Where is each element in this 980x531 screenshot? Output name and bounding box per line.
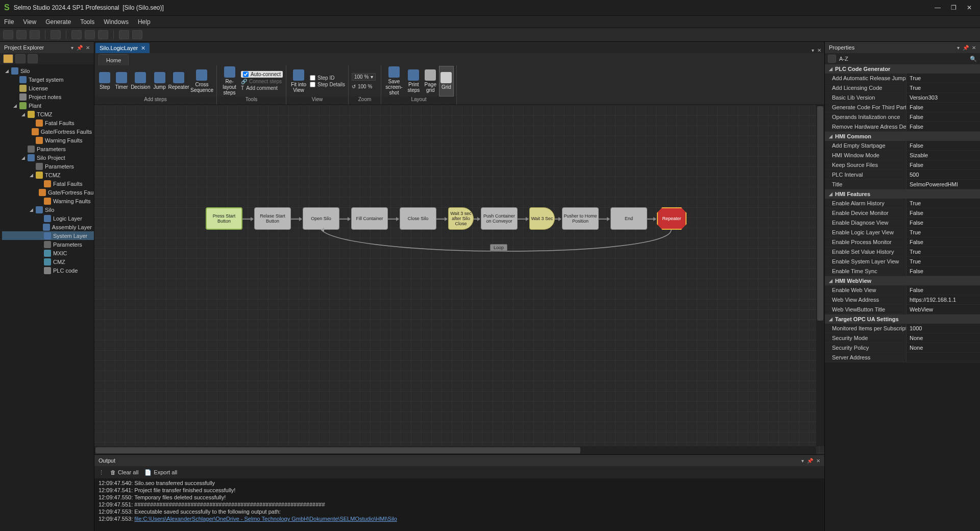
prop-row[interactable]: Security ModeNone <box>825 333 980 343</box>
tree-item-fatal-faults[interactable]: Fatal Faults <box>2 179 94 188</box>
tree-item-plc-code[interactable]: PLC code <box>2 266 94 275</box>
flow-node-n2[interactable]: Open Silo <box>303 207 339 230</box>
prop-row[interactable]: Enable Web ViewFalse <box>825 285 980 295</box>
prop-row[interactable]: Add Licensing CodeTrue <box>825 83 980 93</box>
prop-row[interactable]: Enable Device MonitorFalse <box>825 208 980 218</box>
output-options[interactable]: ⋮ <box>99 469 104 476</box>
flow-node-n5[interactable]: Wait 3 sec after Silo Close <box>448 207 474 230</box>
toolbar-btn-9[interactable] <box>132 30 142 39</box>
jump-button[interactable]: Jump <box>152 66 167 96</box>
explorer-folder-icon[interactable] <box>3 54 13 63</box>
prop-group-plc-code-generator[interactable]: ◢PLC Code Generator <box>825 64 980 74</box>
cross-sequence-button[interactable]: CrossSequence <box>190 66 213 96</box>
output-dropdown[interactable]: ▾ <box>801 458 804 464</box>
toolbar-btn-4[interactable] <box>51 30 61 39</box>
prop-row[interactable]: Enable Alarm HistoryTrue <box>825 199 980 208</box>
prop-group-hmi-features[interactable]: ◢HMI Features <box>825 189 980 199</box>
menu-file[interactable]: File <box>4 18 14 26</box>
add-comment-button[interactable]: TAdd comment <box>241 85 283 91</box>
output-path-link[interactable]: file:C:\Users\AlexanderSchlager\OneDrive… <box>134 516 397 522</box>
prop-row[interactable]: Server Address <box>825 353 980 363</box>
tabstrip-dropdown[interactable]: ▾ <box>812 47 814 53</box>
repeater-button[interactable]: Repeater <box>169 66 188 96</box>
flow-node-n6[interactable]: Push Container on Conveyor <box>481 207 518 230</box>
zoom-reset[interactable]: ↺100 % <box>352 84 376 89</box>
clear-all-button[interactable]: 🗑Clear all <box>110 469 138 475</box>
decision-button[interactable]: Decision <box>131 66 150 96</box>
prop-row[interactable]: Security PolicyNone <box>825 343 980 353</box>
connect-steps-button[interactable]: 🔗Connect steps <box>241 79 283 84</box>
flow-node-n10[interactable]: Repeater <box>657 207 687 230</box>
prop-row[interactable]: HMI Window ModeSizable <box>825 151 980 160</box>
tree-item-project-notes[interactable]: Project notes <box>2 92 94 101</box>
explorer-close[interactable]: ✕ <box>86 45 90 51</box>
prop-row[interactable]: Enable Time SyncFalse <box>825 267 980 276</box>
tabstrip-close[interactable]: ✕ <box>817 47 821 53</box>
props-pin[interactable]: 📌 <box>963 45 969 51</box>
minimize-button[interactable]: — <box>935 4 941 11</box>
tree-item-silo[interactable]: ◢Silo <box>2 205 94 214</box>
page-grid-button[interactable]: Page grid <box>424 66 437 96</box>
toolbar-btn-7[interactable] <box>98 30 108 39</box>
prop-row[interactable]: Add Automatic Release JumpsTrue <box>825 74 980 83</box>
tree-item-warning-faults[interactable]: Warning Faults <box>2 136 94 144</box>
grid-button[interactable]: Grid <box>439 66 453 96</box>
tree-item-silo[interactable]: ◢Silo <box>2 66 94 75</box>
output-pin[interactable]: 📌 <box>807 458 813 464</box>
tree-item-parameters[interactable]: Parameters <box>2 240 94 249</box>
toolbar-btn-2[interactable] <box>16 30 27 39</box>
export-all-button[interactable]: 📄Export all <box>144 469 177 476</box>
props-close[interactable]: ✕ <box>972 45 976 51</box>
flow-node-n3[interactable]: Fill Container <box>351 207 388 230</box>
output-log[interactable]: 12:09:47.540: Silo.seo transferred succe… <box>94 478 824 531</box>
zoom-level-1[interactable]: 100 %▾ <box>352 73 376 81</box>
tree-item-gate-fortress-faults[interactable]: Gate/Fortress Faults <box>2 127 94 136</box>
toolbar-btn-3[interactable] <box>30 30 40 39</box>
prop-row[interactable]: Enable Set Value HistoryTrue <box>825 247 980 257</box>
prop-row[interactable]: Operands Initalization onceFalse <box>825 112 980 122</box>
props-dropdown[interactable]: ▾ <box>957 45 960 51</box>
step-button[interactable]: Step <box>97 66 112 96</box>
flow-node-n1[interactable]: Relase Start Button <box>254 207 291 230</box>
toolbar-btn-6[interactable] <box>85 30 95 39</box>
tree-item-logic-layer[interactable]: Logic Layer <box>2 214 94 223</box>
tree-item-target-system[interactable]: Target system <box>2 75 94 84</box>
flow-node-n4[interactable]: Close Silo <box>400 207 436 230</box>
props-sort-label[interactable]: A-Z <box>839 56 848 62</box>
tree-item-tcmz[interactable]: ◢TCMZ <box>2 171 94 179</box>
project-tree[interactable]: ◢SiloTarget systemLicenseProject notes◢P… <box>0 64 94 531</box>
props-categorized-icon[interactable] <box>828 55 836 63</box>
menu-help[interactable]: Help <box>138 18 151 26</box>
prop-row[interactable]: TitleSelmoPoweredHMI <box>825 180 980 189</box>
explorer-tool-2[interactable] <box>15 54 26 63</box>
menu-windows[interactable]: Windows <box>104 18 129 26</box>
prop-row[interactable]: Enable Diagnose ViewFalse <box>825 218 980 228</box>
save-screenshot-button[interactable]: Save screen-shot <box>384 66 404 96</box>
flow-node-n7[interactable]: Wait 3 Sec <box>529 207 555 230</box>
canvas-scroll-v[interactable] <box>816 105 824 446</box>
explorer-pin[interactable]: 📌 <box>77 45 83 51</box>
maximize-button[interactable]: ❐ <box>951 4 957 11</box>
toolbar-btn-8[interactable] <box>119 30 129 39</box>
prop-row[interactable]: Enable System Layer ViewTrue <box>825 257 980 267</box>
editor-tab-logiclayer[interactable]: Silo.LogicLayer ✕ <box>95 43 150 53</box>
tree-item-parameters[interactable]: Parameters <box>2 162 94 171</box>
tree-item-warning-faults[interactable]: Warning Faults <box>2 197 94 205</box>
tree-item-license[interactable]: License <box>2 84 94 92</box>
prop-row[interactable]: Monitored Items per Subscription1000 <box>825 324 980 333</box>
tree-item-tcmz[interactable]: ◢TCMZ <box>2 110 94 118</box>
tree-item-gate-fortress-faults[interactable]: Gate/Fortress Faults <box>2 188 94 197</box>
tree-item-plant[interactable]: ◢Plant <box>2 101 94 110</box>
canvas-scroll-h[interactable] <box>94 446 816 454</box>
prop-group-hmi-common[interactable]: ◢HMI Common <box>825 132 980 141</box>
flow-canvas[interactable]: Press Start ButtonRelase Start ButtonOpe… <box>94 105 824 454</box>
tree-item-system-layer[interactable]: System Layer <box>2 231 94 240</box>
close-button[interactable]: ✕ <box>967 4 972 11</box>
stepdetails-toggle[interactable]: Step Details <box>310 82 345 87</box>
tree-item-assembly-layer[interactable]: Assembly Layer <box>2 223 94 231</box>
prop-row[interactable]: Enable Process MonitorFalse <box>825 237 980 247</box>
prop-row[interactable]: Remove Hardware Adress DeclarationFalse <box>825 122 980 132</box>
auto-connect-toggle[interactable]: Auto-connect <box>241 71 283 78</box>
menu-tools[interactable]: Tools <box>80 18 94 26</box>
stepid-toggle[interactable]: Step ID <box>310 75 345 81</box>
